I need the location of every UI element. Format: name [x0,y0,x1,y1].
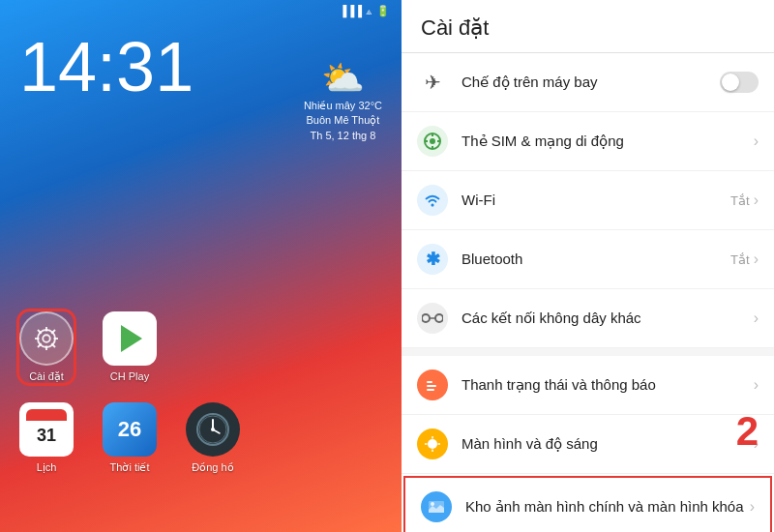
bluetooth-label: Bluetooth [461,250,730,269]
settings-list: ✈ Chế độ trên máy bay Thẻ SIM & mạng di … [402,53,774,532]
airplane-toggle[interactable] [720,72,759,93]
wifi-icon [417,185,448,216]
status-bar: ▐▐▐ ⟁ 🔋 [0,0,402,22]
connections-chevron-icon: › [754,310,759,327]
app-row-1: Cài đặt CH Play [19,311,382,383]
display-label: Màn hình và độ sáng [461,434,754,454]
airplane-label: Chế độ trên máy bay [461,73,720,92]
app-calendar[interactable]: 31 Lịch [19,402,74,474]
notifications-chevron: › [754,376,759,394]
weather-line3: Th 5, 12 thg 8 [304,129,382,143]
calendar-day-num: 31 [26,421,67,450]
svg-point-36 [431,502,434,506]
bluetooth-chevron-icon: › [754,251,759,268]
connections-icon [417,303,448,334]
settings-item-notifications[interactable]: Thanh trạng thái và thông báo › [402,356,774,415]
sim-chevron: › [754,133,759,150]
section-divider-1 [402,348,774,356]
app-chplay[interactable]: CH Play [103,311,157,383]
wallpaper-chevron-icon: › [750,498,755,516]
svg-point-14 [211,428,215,431]
svg-rect-26 [427,381,432,383]
clock-label: Đồng hồ [192,461,233,474]
svg-point-1 [43,335,50,342]
settings-item-wifi[interactable]: Wi-Fi Tắt › [402,171,774,230]
notifications-chevron-icon: › [754,376,759,394]
chplay-label: CH Play [110,370,149,382]
calendar-label: Lịch [37,461,57,474]
sim-icon [417,126,448,157]
wifi-status-text: Tắt [730,193,750,208]
settings-item-bluetooth[interactable]: ✱ Bluetooth Tắt › [402,230,774,289]
calendar-num-widget: 31 [26,409,67,450]
chplay-app-icon [103,311,157,366]
settings-item-sim[interactable]: Thẻ SIM & mạng di động › [402,112,774,171]
sim-chevron-icon: › [754,133,759,150]
svg-line-8 [51,330,55,334]
signal-icon: ▐▐▐ [340,5,362,17]
calendar-month-bar [26,409,67,421]
svg-rect-23 [435,314,443,322]
play-icon-triangle [121,325,142,352]
svg-point-21 [432,204,434,207]
display-icon [417,429,448,459]
weather-widget: ⛅ Nhiều mây 32°C Buôn Mê Thuột Th 5, 12 … [304,58,382,143]
display-chevron: › [754,435,759,453]
svg-line-6 [38,330,42,334]
wallpaper-label: Kho ảnh màn hình chính và màn hình khóa [465,497,750,517]
app-row-2: 31 Lịch 26 Thời tiết [19,402,382,474]
home-screen: ▐▐▐ ⟁ 🔋 14:31 ⛅ Nhiều mây 32°C Buôn Mê T… [0,0,402,532]
svg-point-29 [428,439,437,449]
weather-line2: Buôn Mê Thuột [304,113,382,128]
svg-rect-28 [427,389,434,391]
settings-item-connections[interactable]: Các kết nối không dây khác › [402,289,774,348]
svg-line-7 [51,343,55,347]
svg-rect-22 [422,314,430,322]
clock-app-icon [186,402,240,457]
weather-label: Thời tiết [110,461,150,474]
bluetooth-icon: ✱ [417,244,448,275]
connections-label: Các kết nối không dây khác [461,309,754,328]
svg-point-16 [430,138,435,144]
app-weather[interactable]: 26 Thời tiết [103,402,157,474]
settings-panel: Cài đặt ✈ Chế độ trên máy bay Thẻ SIM & … [402,0,774,532]
connections-chevron: › [754,310,759,327]
wifi-status-icon: ⟁ [366,5,372,17]
airplane-icon: ✈ [417,67,448,98]
weather-line1: Nhiều mây 32°C [304,99,382,113]
settings-item-wallpaper[interactable]: Kho ảnh màn hình chính và màn hình khóa … [403,476,772,532]
settings-item-airplane[interactable]: ✈ Chế độ trên máy bay [402,53,774,112]
notifications-icon [417,369,448,400]
svg-rect-27 [427,385,436,387]
wifi-chevron-icon: › [754,192,759,209]
display-chevron-icon: › [754,435,759,453]
wallpaper-chevron: › [750,498,755,516]
settings-title: Cài đặt [402,0,774,53]
battery-icon: 🔋 [376,5,390,17]
app-grid: Cài đặt CH Play 31 Lịch [0,311,402,474]
app-settings[interactable]: Cài đặt [19,311,74,383]
calendar-app-icon: 31 [19,402,74,457]
wifi-right: Tắt › [730,192,759,209]
wallpaper-icon [421,491,452,522]
weather-app-icon: 26 [103,402,157,457]
settings-item-display[interactable]: Màn hình và độ sáng › [402,415,774,474]
sim-label: Thẻ SIM & mạng di động [461,132,754,151]
wifi-label: Wi-Fi [461,191,730,210]
svg-line-9 [38,343,42,347]
settings-label: Cài đặt [29,370,64,383]
settings-app-icon [19,311,74,366]
bluetooth-status-text: Tắt [730,252,750,267]
weather-icon: ⛅ [304,58,382,99]
weather-app-num: 26 [118,417,141,442]
bluetooth-right: Tắt › [730,251,759,268]
app-clock[interactable]: Đồng hồ [186,402,240,474]
notifications-label: Thanh trạng thái và thông báo [461,375,754,395]
airplane-toggle-switch[interactable] [720,72,759,93]
